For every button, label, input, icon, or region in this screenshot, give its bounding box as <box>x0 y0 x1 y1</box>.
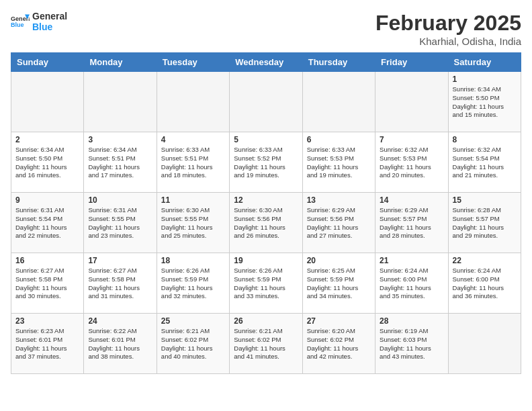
day-number: 28 <box>380 316 443 326</box>
day-info: Sunrise: 6:28 AMSunset: 5:57 PMDaylight:… <box>453 206 517 240</box>
day-cell: 12Sunrise: 6:30 AMSunset: 5:56 PMDayligh… <box>230 193 302 253</box>
calendar-table: SundayMondayTuesdayWednesdayThursdayFrid… <box>11 52 521 374</box>
day-info: Sunrise: 6:21 AMSunset: 6:02 PMDaylight:… <box>161 327 225 361</box>
day-info: Sunrise: 6:25 AMSunset: 5:59 PMDaylight:… <box>307 267 371 301</box>
day-number: 27 <box>307 316 371 326</box>
day-number: 23 <box>15 316 79 326</box>
day-number: 13 <box>307 195 371 205</box>
day-info: Sunrise: 6:30 AMSunset: 5:55 PMDaylight:… <box>161 206 225 240</box>
day-cell <box>375 72 448 132</box>
logo-blue-text: Blue <box>32 21 67 32</box>
day-cell: 10Sunrise: 6:31 AMSunset: 5:55 PMDayligh… <box>84 193 157 253</box>
day-number: 10 <box>88 195 152 205</box>
day-number: 5 <box>234 135 298 144</box>
day-info: Sunrise: 6:27 AMSunset: 5:58 PMDaylight:… <box>88 267 152 301</box>
col-header-tuesday: Tuesday <box>157 53 229 72</box>
col-header-sunday: Sunday <box>11 53 84 72</box>
day-cell: 1Sunrise: 6:34 AMSunset: 5:50 PMDaylight… <box>448 72 521 132</box>
day-cell <box>448 314 521 374</box>
day-number: 14 <box>380 195 443 205</box>
day-info: Sunrise: 6:23 AMSunset: 6:01 PMDaylight:… <box>15 327 79 361</box>
day-number: 15 <box>453 195 517 205</box>
day-number: 4 <box>161 135 225 144</box>
location: Kharhial, Odisha, India <box>375 36 521 47</box>
day-number: 26 <box>234 316 298 326</box>
day-number: 22 <box>453 256 517 265</box>
day-number: 21 <box>380 256 443 265</box>
day-info: Sunrise: 6:30 AMSunset: 5:56 PMDaylight:… <box>234 206 298 240</box>
day-info: Sunrise: 6:32 AMSunset: 5:54 PMDaylight:… <box>453 146 517 180</box>
svg-text:Blue: Blue <box>11 21 24 28</box>
day-number: 19 <box>234 256 298 265</box>
col-header-thursday: Thursday <box>302 53 375 72</box>
logo: General Blue General Blue <box>11 11 67 32</box>
col-header-friday: Friday <box>375 53 448 72</box>
day-cell: 2Sunrise: 6:34 AMSunset: 5:50 PMDaylight… <box>11 132 84 193</box>
day-cell: 14Sunrise: 6:29 AMSunset: 5:57 PMDayligh… <box>375 193 448 253</box>
day-cell <box>84 72 157 132</box>
day-number: 8 <box>453 135 517 144</box>
day-info: Sunrise: 6:20 AMSunset: 6:02 PMDaylight:… <box>307 327 371 361</box>
day-info: Sunrise: 6:33 AMSunset: 5:52 PMDaylight:… <box>234 146 298 180</box>
day-cell: 22Sunrise: 6:24 AMSunset: 6:00 PMDayligh… <box>448 253 521 314</box>
day-cell: 18Sunrise: 6:26 AMSunset: 5:59 PMDayligh… <box>157 253 229 314</box>
day-info: Sunrise: 6:21 AMSunset: 6:02 PMDaylight:… <box>234 327 298 361</box>
day-cell: 24Sunrise: 6:22 AMSunset: 6:01 PMDayligh… <box>84 314 157 374</box>
day-info: Sunrise: 6:29 AMSunset: 5:57 PMDaylight:… <box>380 206 443 240</box>
day-number: 18 <box>161 256 225 265</box>
logo-general-text: General <box>32 11 67 21</box>
day-info: Sunrise: 6:24 AMSunset: 6:00 PMDaylight:… <box>453 267 517 301</box>
day-info: Sunrise: 6:19 AMSunset: 6:03 PMDaylight:… <box>380 327 443 361</box>
day-number: 17 <box>88 256 152 265</box>
week-row-1: 2Sunrise: 6:34 AMSunset: 5:50 PMDaylight… <box>11 132 521 193</box>
day-cell: 26Sunrise: 6:21 AMSunset: 6:02 PMDayligh… <box>230 314 302 374</box>
page-header: General Blue General Blue February 2025 … <box>11 11 521 47</box>
day-cell: 27Sunrise: 6:20 AMSunset: 6:02 PMDayligh… <box>302 314 375 374</box>
day-cell: 20Sunrise: 6:25 AMSunset: 5:59 PMDayligh… <box>302 253 375 314</box>
day-cell: 16Sunrise: 6:27 AMSunset: 5:58 PMDayligh… <box>11 253 84 314</box>
day-cell: 28Sunrise: 6:19 AMSunset: 6:03 PMDayligh… <box>375 314 448 374</box>
day-number: 6 <box>307 135 371 144</box>
day-cell: 17Sunrise: 6:27 AMSunset: 5:58 PMDayligh… <box>84 253 157 314</box>
day-info: Sunrise: 6:26 AMSunset: 5:59 PMDaylight:… <box>234 267 298 301</box>
week-row-2: 9Sunrise: 6:31 AMSunset: 5:54 PMDaylight… <box>11 193 521 253</box>
calendar-header-row: SundayMondayTuesdayWednesdayThursdayFrid… <box>11 53 521 72</box>
day-cell: 23Sunrise: 6:23 AMSunset: 6:01 PMDayligh… <box>11 314 84 374</box>
day-number: 7 <box>380 135 443 144</box>
day-info: Sunrise: 6:31 AMSunset: 5:54 PMDaylight:… <box>15 206 79 240</box>
col-header-monday: Monday <box>84 53 157 72</box>
day-number: 2 <box>15 135 79 144</box>
day-cell: 7Sunrise: 6:32 AMSunset: 5:53 PMDaylight… <box>375 132 448 193</box>
day-info: Sunrise: 6:33 AMSunset: 5:51 PMDaylight:… <box>161 146 225 180</box>
title-block: February 2025 Kharhial, Odisha, India <box>375 11 521 47</box>
day-info: Sunrise: 6:27 AMSunset: 5:58 PMDaylight:… <box>15 267 79 301</box>
day-cell: 9Sunrise: 6:31 AMSunset: 5:54 PMDaylight… <box>11 193 84 253</box>
day-info: Sunrise: 6:24 AMSunset: 6:00 PMDaylight:… <box>380 267 443 301</box>
logo-icon: General Blue <box>11 12 30 31</box>
day-cell: 13Sunrise: 6:29 AMSunset: 5:56 PMDayligh… <box>302 193 375 253</box>
day-info: Sunrise: 6:22 AMSunset: 6:01 PMDaylight:… <box>88 327 152 361</box>
month-year: February 2025 <box>375 11 521 36</box>
day-cell <box>302 72 375 132</box>
day-cell: 8Sunrise: 6:32 AMSunset: 5:54 PMDaylight… <box>448 132 521 193</box>
day-info: Sunrise: 6:33 AMSunset: 5:53 PMDaylight:… <box>307 146 371 180</box>
day-cell: 5Sunrise: 6:33 AMSunset: 5:52 PMDaylight… <box>230 132 302 193</box>
week-row-0: 1Sunrise: 6:34 AMSunset: 5:50 PMDaylight… <box>11 72 521 132</box>
day-info: Sunrise: 6:32 AMSunset: 5:53 PMDaylight:… <box>380 146 443 180</box>
day-number: 16 <box>15 256 79 265</box>
day-info: Sunrise: 6:29 AMSunset: 5:56 PMDaylight:… <box>307 206 371 240</box>
day-cell: 11Sunrise: 6:30 AMSunset: 5:55 PMDayligh… <box>157 193 229 253</box>
day-number: 3 <box>88 135 152 144</box>
day-cell: 3Sunrise: 6:34 AMSunset: 5:51 PMDaylight… <box>84 132 157 193</box>
week-row-3: 16Sunrise: 6:27 AMSunset: 5:58 PMDayligh… <box>11 253 521 314</box>
day-number: 12 <box>234 195 298 205</box>
day-cell: 15Sunrise: 6:28 AMSunset: 5:57 PMDayligh… <box>448 193 521 253</box>
day-cell: 21Sunrise: 6:24 AMSunset: 6:00 PMDayligh… <box>375 253 448 314</box>
col-header-wednesday: Wednesday <box>230 53 302 72</box>
day-cell <box>157 72 229 132</box>
day-number: 11 <box>161 195 225 205</box>
day-number: 9 <box>15 195 79 205</box>
day-info: Sunrise: 6:31 AMSunset: 5:55 PMDaylight:… <box>88 206 152 240</box>
day-cell: 6Sunrise: 6:33 AMSunset: 5:53 PMDaylight… <box>302 132 375 193</box>
day-info: Sunrise: 6:34 AMSunset: 5:50 PMDaylight:… <box>15 146 79 180</box>
